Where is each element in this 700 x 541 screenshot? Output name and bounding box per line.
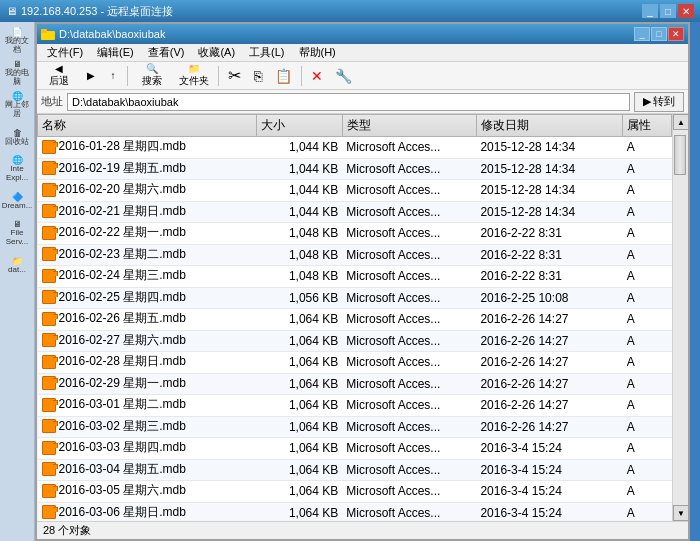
table-row[interactable]: 2016-02-28 星期日.mdb1,064 KBMicrosoft Acce… [38, 352, 672, 374]
table-row[interactable]: 2016-02-20 星期六.mdb1,044 KBMicrosoft Acce… [38, 180, 672, 202]
go-button[interactable]: ▶ 转到 [634, 92, 684, 112]
folder-button[interactable]: 📁 文件夹 [174, 64, 214, 88]
mdb-file-icon [42, 269, 56, 283]
mdb-file-icon [42, 312, 56, 326]
sidebar-item-fileserv[interactable]: 🖥 File Serv... [2, 218, 32, 248]
menu-file[interactable]: 文件(F) [41, 44, 89, 61]
explorer-title-bar: D:\databak\baoxiubak _ □ ✕ [37, 24, 688, 44]
file-date-cell: 2016-2-22 8:31 [476, 266, 622, 288]
mdb-file-icon [42, 290, 56, 304]
file-type-cell: Microsoft Acces... [342, 266, 476, 288]
scrollbar-track[interactable] [673, 130, 688, 505]
scrollbar-down-button[interactable]: ▼ [673, 505, 688, 521]
up-button[interactable]: ↑ [103, 64, 123, 88]
delete-button[interactable]: ✕ [306, 64, 328, 88]
search-button[interactable]: 🔍 搜索 [132, 64, 172, 88]
sidebar-item-dat[interactable]: 📁 dat... [2, 250, 32, 280]
file-name-cell: 2016-02-29 星期一.mdb [38, 373, 257, 395]
table-row[interactable]: 2016-02-19 星期五.mdb1,044 KBMicrosoft Acce… [38, 158, 672, 180]
mdb-file-icon [42, 355, 56, 369]
file-list-area: 名称 大小 类型 修改日期 属性 2016-01-28 星期四.mdb1,044… [37, 114, 688, 521]
sidebar-item-my-computer[interactable]: 🖥 我的电脑 [2, 58, 32, 88]
sidebar-item-dreamweaver[interactable]: 🔷 Dream... [2, 186, 32, 216]
sidebar-label-network: 网上邻居 [2, 101, 32, 119]
table-row[interactable]: 2016-03-04 星期五.mdb1,064 KBMicrosoft Acce… [38, 459, 672, 481]
table-row[interactable]: 2016-03-03 星期四.mdb1,064 KBMicrosoft Acce… [38, 438, 672, 460]
file-attr-cell: A [623, 330, 672, 352]
go-label: 转到 [653, 94, 675, 109]
menu-view[interactable]: 查看(V) [142, 44, 191, 61]
file-size-cell: 1,044 KB [257, 158, 342, 180]
file-name-cell: 2016-03-06 星期日.mdb [38, 502, 257, 521]
paste-button[interactable]: 📋 [270, 64, 297, 88]
scrollbar-thumb[interactable] [674, 135, 686, 175]
folder-icon: 📁 [188, 63, 200, 74]
mdb-file-icon [42, 183, 56, 197]
file-size-cell: 1,064 KB [257, 330, 342, 352]
col-header-size[interactable]: 大小 [257, 115, 342, 137]
address-bar: 地址 ▶ 转到 [37, 90, 688, 114]
status-text: 28 个对象 [43, 523, 91, 538]
remote-restore-button[interactable]: □ [660, 4, 676, 18]
sidebar-item-network[interactable]: 🌐 网上邻居 [2, 90, 32, 120]
table-row[interactable]: 2016-03-02 星期三.mdb1,064 KBMicrosoft Acce… [38, 416, 672, 438]
file-name-cell: 2016-02-24 星期三.mdb [38, 266, 257, 288]
table-row[interactable]: 2016-02-22 星期一.mdb1,048 KBMicrosoft Acce… [38, 223, 672, 245]
menu-tools[interactable]: 工具(L) [243, 44, 290, 61]
col-header-name[interactable]: 名称 [38, 115, 257, 137]
sidebar-item-ie[interactable]: 🌐 Inte Expl... [2, 154, 32, 184]
file-table-wrapper[interactable]: 名称 大小 类型 修改日期 属性 2016-01-28 星期四.mdb1,044… [37, 114, 672, 521]
file-date-cell: 2016-2-25 10:08 [476, 287, 622, 309]
table-row[interactable]: 2016-02-24 星期三.mdb1,048 KBMicrosoft Acce… [38, 266, 672, 288]
move-button[interactable]: ✂ [223, 64, 246, 88]
file-attr-cell: A [623, 352, 672, 374]
sidebar-item-my-documents[interactable]: 📄 我的文档 [2, 26, 32, 56]
table-row[interactable]: 2016-01-28 星期四.mdb1,044 KBMicrosoft Acce… [38, 137, 672, 159]
file-type-cell: Microsoft Acces... [342, 201, 476, 223]
sidebar-item-recycle-bin[interactable]: 🗑 回收站 [2, 122, 32, 152]
table-row[interactable]: 2016-03-06 星期日.mdb1,064 KBMicrosoft Acce… [38, 502, 672, 521]
explorer-minimize-button[interactable]: _ [634, 27, 650, 41]
properties-button[interactable]: 🔧 [330, 64, 357, 88]
file-type-cell: Microsoft Acces... [342, 330, 476, 352]
file-name-cell: 2016-03-03 星期四.mdb [38, 438, 257, 460]
vertical-scrollbar[interactable]: ▲ ▼ [672, 114, 688, 521]
up-icon: ↑ [111, 70, 116, 81]
copy-button[interactable]: ⎘ [248, 64, 268, 88]
file-type-cell: Microsoft Acces... [342, 395, 476, 417]
forward-button[interactable]: ▶ [81, 64, 101, 88]
file-size-cell: 1,064 KB [257, 373, 342, 395]
back-button[interactable]: ◀ 后退 [39, 64, 79, 88]
table-row[interactable]: 2016-02-25 星期四.mdb1,056 KBMicrosoft Acce… [38, 287, 672, 309]
remote-minimize-button[interactable]: _ [642, 4, 658, 18]
file-size-cell: 1,064 KB [257, 395, 342, 417]
table-row[interactable]: 2016-02-29 星期一.mdb1,064 KBMicrosoft Acce… [38, 373, 672, 395]
mdb-file-icon [42, 226, 56, 240]
col-header-modified[interactable]: 修改日期 [476, 115, 622, 137]
remote-title-bar: 🖥 192.168.40.253 - 远程桌面连接 _ □ ✕ [0, 0, 700, 22]
mdb-file-icon [42, 398, 56, 412]
col-header-attr[interactable]: 属性 [623, 115, 672, 137]
address-input[interactable] [67, 93, 630, 111]
folder-label: 文件夹 [179, 74, 209, 88]
file-size-cell: 1,064 KB [257, 459, 342, 481]
file-date-cell: 2016-2-26 14:27 [476, 309, 622, 331]
explorer-restore-button[interactable]: □ [651, 27, 667, 41]
menu-favorites[interactable]: 收藏(A) [192, 44, 241, 61]
table-row[interactable]: 2016-02-21 星期日.mdb1,044 KBMicrosoft Acce… [38, 201, 672, 223]
file-attr-cell: A [623, 287, 672, 309]
scrollbar-up-button[interactable]: ▲ [673, 114, 688, 130]
explorer-close-button[interactable]: ✕ [668, 27, 684, 41]
table-row[interactable]: 2016-02-23 星期二.mdb1,048 KBMicrosoft Acce… [38, 244, 672, 266]
menu-edit[interactable]: 编辑(E) [91, 44, 140, 61]
file-type-cell: Microsoft Acces... [342, 223, 476, 245]
remote-close-button[interactable]: ✕ [678, 4, 694, 18]
col-header-type[interactable]: 类型 [342, 115, 476, 137]
table-row[interactable]: 2016-03-01 星期二.mdb1,064 KBMicrosoft Acce… [38, 395, 672, 417]
table-row[interactable]: 2016-03-05 星期六.mdb1,064 KBMicrosoft Acce… [38, 481, 672, 503]
menu-help[interactable]: 帮助(H) [293, 44, 342, 61]
file-date-cell: 2015-12-28 14:34 [476, 137, 622, 159]
sidebar-label-dat: dat... [8, 266, 26, 275]
table-row[interactable]: 2016-02-26 星期五.mdb1,064 KBMicrosoft Acce… [38, 309, 672, 331]
table-row[interactable]: 2016-02-27 星期六.mdb1,064 KBMicrosoft Acce… [38, 330, 672, 352]
